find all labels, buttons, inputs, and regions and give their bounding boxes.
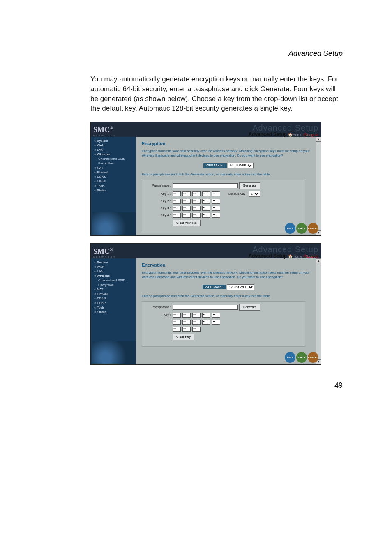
scrollbar[interactable]: ▲ ▼ bbox=[316, 258, 321, 364]
key2-hex3[interactable] bbox=[192, 199, 201, 204]
default-key-label: Default Key : bbox=[228, 192, 247, 196]
key4-hex1[interactable] bbox=[173, 213, 181, 218]
nav-system[interactable]: ○ System bbox=[92, 260, 136, 265]
scrollbar[interactable]: ▲ ▼ bbox=[316, 137, 321, 235]
key-hex-2-2[interactable] bbox=[192, 327, 201, 332]
key3-hex4[interactable] bbox=[202, 206, 210, 211]
key1-label: Key 1 : bbox=[145, 192, 171, 196]
key-hex-2-0[interactable] bbox=[173, 327, 181, 332]
nav-nat[interactable]: ○ NAT bbox=[92, 287, 136, 292]
key4-hex2[interactable] bbox=[182, 213, 191, 218]
default-key-select[interactable]: 1 bbox=[249, 191, 260, 197]
key1-hex4[interactable] bbox=[202, 191, 210, 196]
nav-wireless-channel[interactable]: Channel and SSID bbox=[92, 278, 136, 283]
wep-mode-row: WEP Mode : 128-bit WEP bbox=[142, 284, 315, 290]
key4-hex3[interactable] bbox=[192, 213, 201, 218]
key1-hex5[interactable] bbox=[212, 191, 220, 196]
nav-firewall[interactable]: ○ Firewall bbox=[92, 292, 136, 296]
logout-link[interactable]: ⏻Logout bbox=[303, 254, 318, 258]
generate-button[interactable]: Generate bbox=[239, 182, 260, 189]
home-link[interactable]: Home bbox=[293, 254, 302, 258]
ghost-title: Advanced Setup bbox=[252, 124, 318, 132]
nav-upnp[interactable]: ○ UPnP bbox=[92, 301, 136, 305]
key-hex-1-1[interactable] bbox=[182, 320, 191, 325]
nav-ddns[interactable]: ○ DDNS bbox=[92, 175, 136, 179]
nav-wan[interactable]: ○ WAN bbox=[92, 143, 136, 147]
key4-label: Key 4 : bbox=[145, 213, 171, 217]
passphrase-input[interactable] bbox=[173, 183, 238, 188]
logout-link[interactable]: ⏻Logout bbox=[303, 133, 318, 137]
scroll-up-icon[interactable]: ▲ bbox=[316, 258, 321, 263]
passphrase-label: Passphrase : bbox=[145, 305, 171, 309]
nav-wireless[interactable]: ○ Wireless bbox=[92, 152, 136, 157]
key2-hex4[interactable] bbox=[202, 199, 210, 204]
nav-firewall[interactable]: ○ Firewall bbox=[92, 170, 136, 175]
key-hex-1-0[interactable] bbox=[173, 320, 181, 325]
key4-hex5[interactable] bbox=[212, 213, 220, 218]
key-hex-0-2[interactable] bbox=[192, 313, 201, 318]
key2-label: Key 2 : bbox=[145, 199, 171, 203]
page-number: 49 bbox=[90, 381, 343, 390]
key-hex-2-1[interactable] bbox=[182, 327, 191, 332]
nav-wireless-encryption[interactable]: Encryption bbox=[92, 161, 136, 166]
wep-mode-select[interactable]: 64-bit WEP bbox=[228, 163, 254, 168]
key3-hex5[interactable] bbox=[212, 206, 220, 211]
key2-hex5[interactable] bbox=[212, 199, 220, 204]
nav-status[interactable]: ○ Status bbox=[92, 310, 136, 314]
key2-hex1[interactable] bbox=[173, 199, 181, 204]
nav-tools[interactable]: ○ Tools bbox=[92, 184, 136, 188]
key-hex-0-3[interactable] bbox=[202, 313, 210, 318]
nav-wan[interactable]: ○ WAN bbox=[92, 265, 136, 269]
help-button[interactable]: HELP bbox=[285, 352, 295, 363]
nav-wireless-encryption[interactable]: Encryption bbox=[92, 283, 136, 287]
nav-lan[interactable]: ○ LAN bbox=[92, 147, 136, 152]
cancel-button[interactable]: CANCEL bbox=[308, 223, 318, 234]
key-hex-0-1[interactable] bbox=[182, 313, 191, 318]
nav-ddns[interactable]: ○ DDNS bbox=[92, 296, 136, 301]
nav-system[interactable]: ○ System bbox=[92, 138, 136, 143]
key-hex-1-2[interactable] bbox=[192, 320, 201, 325]
clear-all-keys-button[interactable]: Clear All Keys bbox=[173, 220, 201, 226]
router-screenshot-64bit: SMC® N E T W O R K S Advanced Setup Adva… bbox=[90, 122, 321, 236]
nav-upnp[interactable]: ○ UPnP bbox=[92, 179, 136, 184]
key1-hex1[interactable] bbox=[173, 191, 181, 196]
banner-title: Advanced Setup bbox=[248, 253, 287, 259]
key-hex-0-4[interactable] bbox=[212, 313, 220, 318]
key-hex-1-4[interactable] bbox=[212, 320, 220, 325]
banner-title: Advanced Setup bbox=[248, 131, 287, 137]
intro-paragraph: You may automatically generate encryptio… bbox=[90, 74, 343, 113]
help-button[interactable]: HELP bbox=[285, 223, 295, 234]
nav-status[interactable]: ○ Status bbox=[92, 188, 136, 193]
brand-logo: SMC® bbox=[93, 247, 113, 256]
home-link[interactable]: Home bbox=[293, 133, 302, 137]
scroll-up-icon[interactable]: ▲ bbox=[316, 137, 321, 142]
nav-wireless-channel[interactable]: Channel and SSID bbox=[92, 157, 136, 161]
apply-button[interactable]: APPLY bbox=[296, 352, 307, 363]
clear-key-button[interactable]: Clear Key bbox=[173, 334, 194, 340]
passphrase-input[interactable] bbox=[173, 305, 238, 310]
nav-lan[interactable]: ○ LAN bbox=[92, 269, 136, 274]
brand-block: SMC® N E T W O R K S bbox=[93, 247, 115, 258]
nav-nat[interactable]: ○ NAT bbox=[92, 166, 136, 170]
instruction-text: Enter a passphrase and click the Generat… bbox=[142, 294, 315, 298]
key1-hex2[interactable] bbox=[182, 191, 191, 196]
wep-mode-select[interactable]: 128-bit WEP bbox=[227, 284, 254, 290]
key3-hex3[interactable] bbox=[192, 206, 201, 211]
key3-hex2[interactable] bbox=[182, 206, 191, 211]
keys-form-box: Passphrase : Generate Key 1 : Default Ke… bbox=[142, 180, 305, 233]
apply-button[interactable]: APPLY bbox=[296, 223, 307, 234]
key-label: Key : bbox=[145, 313, 171, 317]
home-icon: 🏠 bbox=[288, 133, 293, 137]
key-hex-0-0[interactable] bbox=[173, 313, 181, 318]
key2-hex2[interactable] bbox=[182, 199, 191, 204]
nav-tools[interactable]: ○ Tools bbox=[92, 305, 136, 310]
wep-mode-row: WEP Mode : 64-bit WEP bbox=[142, 163, 315, 168]
key4-hex4[interactable] bbox=[202, 213, 210, 218]
key1-hex3[interactable] bbox=[192, 191, 201, 196]
nav-wireless[interactable]: ○ Wireless bbox=[92, 274, 136, 278]
key-hex-1-3[interactable] bbox=[202, 320, 210, 325]
cancel-button[interactable]: CANCEL bbox=[308, 352, 318, 363]
key3-hex1[interactable] bbox=[173, 206, 181, 211]
generate-button[interactable]: Generate bbox=[239, 304, 260, 311]
sidebar-decor-icon bbox=[92, 341, 136, 364]
